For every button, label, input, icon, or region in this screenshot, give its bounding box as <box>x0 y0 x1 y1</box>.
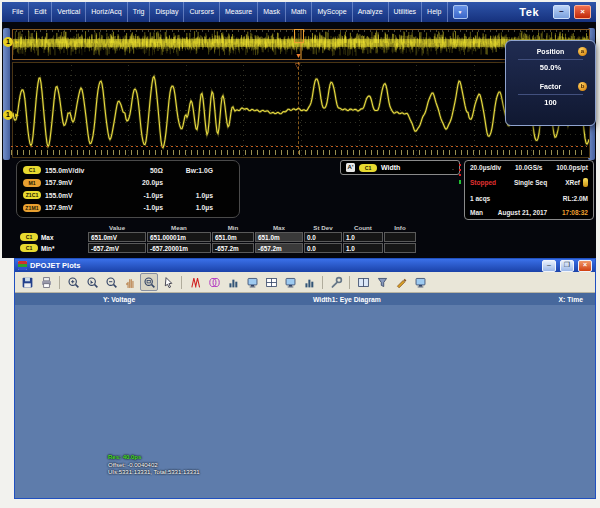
knob-b-icon[interactable]: b <box>578 82 587 91</box>
menu-item-horizacq[interactable]: Horiz/Acq <box>86 2 127 22</box>
dpojet-minimize-button[interactable]: – <box>542 260 556 272</box>
menu-item-trig[interactable]: Trig <box>128 2 151 22</box>
channel1-arrow-overview: ► <box>14 39 20 45</box>
readout-value-1: 157.9mV <box>45 179 111 186</box>
zoom-cursor-icon[interactable] <box>83 273 101 291</box>
export-brush-icon[interactable] <box>392 273 410 291</box>
select-cursor-icon[interactable] <box>159 273 177 291</box>
measurement-name: Min* <box>41 245 55 252</box>
menu-more-dropdown[interactable]: ▼ <box>453 5 468 19</box>
eye-plot-icon[interactable] <box>205 273 223 291</box>
readout-value-2: -1.0µs <box>115 192 163 199</box>
menu-item-edit[interactable]: Edit <box>29 2 52 22</box>
print-icon[interactable] <box>37 273 55 291</box>
menu-item-file[interactable]: File <box>7 2 29 22</box>
menu-item-math[interactable]: Math <box>286 2 313 22</box>
main-waveform-area <box>12 62 590 158</box>
scope-minimize-button[interactable]: − <box>553 5 570 19</box>
table-cell: 651.0m <box>255 232 303 242</box>
menu-item-utilities[interactable]: Utilities <box>389 2 423 22</box>
knob-a-icon[interactable]: a <box>578 47 587 56</box>
pan-hand-icon[interactable] <box>121 273 139 291</box>
plot-header-bar: Y: Voltage Width1: Eye Diagram X: Time <box>15 293 595 305</box>
waveform-display-icon[interactable] <box>243 273 261 291</box>
channel-badge-c1[interactable]: C1 <box>20 244 38 252</box>
channel1-badge-main[interactable]: 1 <box>3 110 13 120</box>
filter-icon[interactable] <box>373 273 391 291</box>
trigger-readout[interactable]: A' C1 Width . <box>340 160 460 175</box>
display-2-icon[interactable] <box>281 273 299 291</box>
plot-x-axis-title: X: Time <box>559 296 583 303</box>
dpojet-toolbar <box>15 272 595 293</box>
save-icon[interactable] <box>18 273 36 291</box>
position-factor-popup: Positiona 50.0% Factorb 100 <box>505 40 596 126</box>
trigger-mode: Man <box>470 209 483 216</box>
histogram-plot-icon[interactable] <box>224 273 242 291</box>
zoom-in-icon[interactable] <box>64 273 82 291</box>
table-cell: 1.0 <box>343 243 383 253</box>
xref-label: XRef <box>565 179 580 186</box>
channel1-arrow-main: ► <box>14 112 20 118</box>
table-col-info: Info <box>384 224 416 231</box>
trigger-position-triangle: ▽ <box>295 62 300 69</box>
cursors-icon[interactable] <box>186 273 204 291</box>
menu-item-cursors[interactable]: Cursors <box>184 2 220 22</box>
trigger-a-icon: A' <box>346 163 355 172</box>
screen-icon[interactable] <box>411 273 429 291</box>
channel-badge-c1[interactable]: C1 <box>23 166 41 174</box>
factor-value: 100 <box>506 95 595 111</box>
table-cell: 0.0 <box>304 243 342 253</box>
dpojet-app-icon <box>18 261 27 270</box>
expansion-center-line <box>298 62 299 154</box>
expansion-marker-flag[interactable] <box>294 29 304 43</box>
zoom-out-icon[interactable] <box>102 273 120 291</box>
channel-badge-c1[interactable]: C1 <box>20 233 38 241</box>
menu-item-measure[interactable]: Measure <box>220 2 258 22</box>
readout-row-c1: C1155.0mV/div50ΩBw:1.0G <box>23 164 233 177</box>
table-cell: -657.2m <box>255 243 303 253</box>
toolbar-separator <box>59 276 60 289</box>
left-frame-strip <box>3 28 10 160</box>
resolution-readout: 100.0ps/pt <box>556 164 588 171</box>
dpojet-title-bar[interactable]: DPOJET Plots – ❐ × <box>15 259 595 272</box>
acq-status: Stopped <box>470 179 496 186</box>
channel-badge-z1c1[interactable]: Z1C1 <box>23 191 41 199</box>
configure-wrench-icon[interactable] <box>327 273 345 291</box>
channel1-badge-overview[interactable]: 1 <box>3 37 13 47</box>
menu-item-analyze[interactable]: Analyze <box>353 2 389 22</box>
menu-item-myscope[interactable]: MyScope <box>312 2 352 22</box>
channel-badge-m1[interactable]: M1 <box>23 179 41 187</box>
table-body: C1Max651.0mV651.00001m651.0m651.0m0.01.0… <box>18 232 417 253</box>
measurement-name: Max <box>41 234 53 241</box>
toolbar-separator <box>349 276 350 289</box>
dpojet-restore-button[interactable]: ❐ <box>560 260 574 272</box>
menu-item-display[interactable]: Display <box>150 2 184 22</box>
readout-value-3: 1.0µs <box>167 204 213 211</box>
menu-item-help[interactable]: Help <box>422 2 447 22</box>
dpojet-close-button[interactable]: × <box>578 260 592 272</box>
readout-value-1: 155.0mV <box>45 192 111 199</box>
readout-row-z1m1: Z1M1157.9mV-1.0µs1.0µs <box>23 202 233 215</box>
toolbar-separator <box>181 276 182 289</box>
layout-grid-icon[interactable] <box>354 273 372 291</box>
acq-mode: Single Seq <box>514 179 547 186</box>
samplerate-readout: 10.0GS/s <box>515 164 542 171</box>
menu-item-mask[interactable]: Mask <box>258 2 286 22</box>
channel-badge-z1m1[interactable]: Z1M1 <box>23 204 41 212</box>
table-row: C1Min*-657.2mV-657.20001m-657.2m-657.2m0… <box>18 243 417 253</box>
table-cell: 0.0 <box>304 232 342 242</box>
menu-item-vertical[interactable]: Vertical <box>52 2 86 22</box>
table-cell: -657.20001m <box>147 243 211 253</box>
position-label: Position <box>537 48 565 55</box>
trigger-more-dot: . <box>452 164 454 171</box>
histogram-2-icon[interactable] <box>300 273 318 291</box>
scope-menu-bar: FileEditVerticalHoriz/AcqTrigDisplayCurs… <box>2 2 596 22</box>
spectrum-plot-icon[interactable] <box>262 273 280 291</box>
table-col-min: Min <box>212 224 254 231</box>
scope-close-button[interactable]: × <box>574 5 591 19</box>
dpojet-window: DPOJET Plots – ❐ × Y: Voltage Width1: Ey… <box>14 258 596 499</box>
factor-label: Factor <box>540 83 561 90</box>
plot-title: Width1: Eye Diagram <box>135 296 558 303</box>
zoom-box-icon[interactable] <box>140 273 158 291</box>
table-cell: 651.00001m <box>147 232 211 242</box>
